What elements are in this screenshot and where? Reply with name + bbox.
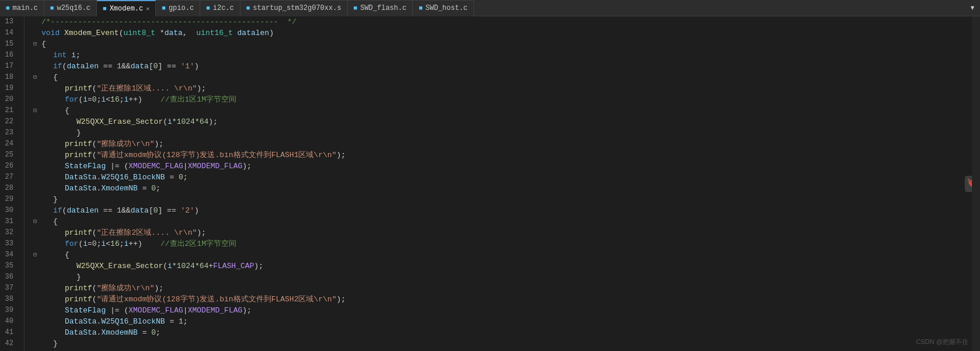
tab-icon-main: ■ bbox=[6, 5, 10, 12]
code-line-32: printf("正在擦除2区域.... \r\n"); bbox=[33, 227, 980, 238]
code-line-23: } bbox=[33, 127, 980, 138]
collapse-13 bbox=[33, 16, 41, 27]
line-num-33: 33 bbox=[3, 238, 18, 249]
line-num-15: 15 bbox=[3, 39, 18, 50]
code-line-35: W25QXX_Erase_Sector(i*1024*64+FLASH_CAP)… bbox=[33, 260, 980, 272]
line-num-34: 34 bbox=[3, 249, 18, 260]
code-text-13: /*--------------------------------------… bbox=[41, 16, 297, 27]
code-line-26: StateFlag |= (XMODEMC_FLAG|XMODEMD_FLAG)… bbox=[33, 161, 980, 172]
collapse-31[interactable]: ⊟ bbox=[33, 216, 41, 227]
tab-swd-host-c[interactable]: ■ SWD_host.c bbox=[413, 0, 474, 16]
code-line-30: if(datalen == 1&&data[0] == '2') bbox=[33, 205, 980, 216]
editor-container: 13 14 15 16 17 18 19 20 21 22 23 24 25 2… bbox=[0, 16, 980, 351]
code-line-20: for(i=0;i<16;i++) //查出1区1M字节空间 bbox=[33, 94, 980, 105]
line-num-16: 16 bbox=[3, 50, 18, 61]
tab-bar: ■ main.c ■ w25q16.c ■ Xmodem.c ✕ ■ gpio.… bbox=[0, 0, 980, 16]
tab-icon-swd-flash: ■ bbox=[354, 5, 358, 12]
code-line-18: ⊟ { bbox=[33, 72, 980, 83]
line-num-38: 38 bbox=[3, 294, 18, 305]
tab-icon-i2c: ■ bbox=[206, 5, 210, 12]
tab-w25q16-c[interactable]: ■ w25q16.c bbox=[44, 0, 97, 16]
line-num-22: 22 bbox=[3, 116, 18, 127]
line-num-39: 39 bbox=[3, 305, 18, 316]
code-line-29: } bbox=[33, 194, 980, 205]
collapse-14 bbox=[33, 27, 41, 39]
code-line-15: ⊟ { bbox=[33, 39, 980, 50]
line-num-25: 25 bbox=[3, 150, 18, 161]
code-line-33: for(i=0;i<16;i++) //查出2区1M字节空间 bbox=[33, 238, 980, 249]
code-line-25: printf("请通过xmodm协议(128字节)发送.bin格式文件到FLAS… bbox=[33, 150, 980, 161]
code-line-40: DataSta.W25Q16_BlockNB = 1; bbox=[33, 316, 980, 327]
code-line-38: printf("请通过xmodm协议(128字节)发送.bin格式文件到FLAS… bbox=[33, 294, 980, 305]
line-num-24: 24 bbox=[3, 138, 18, 150]
tab-icon-startup: ■ bbox=[246, 5, 250, 12]
code-line-17: if(datalen == 1&&data[0] == '1') bbox=[33, 61, 980, 72]
tab-swd-flash-c[interactable]: ■ SWD_flash.c bbox=[348, 0, 413, 16]
code-line-16: int i; bbox=[33, 50, 980, 61]
tab-icon-swd-host: ■ bbox=[418, 5, 423, 12]
tab-label-swd-flash: SWD_flash.c bbox=[360, 4, 406, 12]
line-num-27: 27 bbox=[3, 172, 18, 183]
code-line-28: DataSta.XmodemNB = 0; bbox=[33, 183, 980, 194]
line-num-20: 20 bbox=[3, 94, 18, 105]
code-line-19: printf("正在擦除1区域.... \r\n"); bbox=[33, 83, 980, 94]
line-num-26: 26 bbox=[3, 161, 18, 172]
watermark: CSDN @把握不住 bbox=[916, 338, 968, 346]
tab-xmodem-c[interactable]: ■ Xmodem.c ✕ bbox=[97, 0, 156, 16]
line-num-42: 42 bbox=[3, 338, 18, 349]
tab-label-swd-host: SWD_host.c bbox=[426, 4, 468, 12]
line-num-36: 36 bbox=[3, 272, 18, 283]
tab-dropdown-button[interactable]: ▾ bbox=[965, 0, 980, 16]
tab-gpio-c[interactable]: ■ gpio.c bbox=[156, 0, 200, 16]
tab-i2c-c[interactable]: ■ i2c.c bbox=[200, 0, 240, 16]
collapse-18[interactable]: ⊟ bbox=[33, 72, 41, 83]
code-line-21: ⊟ { bbox=[33, 105, 980, 116]
code-line-27: DataSta.W25Q16_BlockNB = 0; bbox=[33, 172, 980, 183]
code-line-37: printf("擦除成功\r\n"); bbox=[33, 283, 980, 294]
line-num-31: 31 bbox=[3, 216, 18, 227]
line-num-37: 37 bbox=[3, 283, 18, 294]
line-num-41: 41 bbox=[3, 327, 18, 338]
line-num-28: 28 bbox=[3, 183, 18, 194]
tab-close-xmodem[interactable]: ✕ bbox=[146, 5, 149, 12]
code-line-34: ⊟ { bbox=[33, 249, 980, 260]
line-num-21: 21 bbox=[3, 105, 18, 116]
code-line-13: /*--------------------------------------… bbox=[33, 16, 980, 27]
collapse-34[interactable]: ⊟ bbox=[33, 249, 41, 260]
line-numbers: 13 14 15 16 17 18 19 20 21 22 23 24 25 2… bbox=[0, 16, 25, 351]
tab-label-startup: startup_stm32g070xx.s bbox=[253, 4, 341, 12]
scrollbar[interactable] bbox=[972, 16, 980, 351]
code-void-14: void bbox=[41, 27, 64, 39]
code-line-24: printf("擦除成功\r\n"); bbox=[33, 138, 980, 150]
tab-label-i2c: i2c.c bbox=[213, 4, 234, 12]
code-line-31: ⊟ { bbox=[33, 216, 980, 227]
code-line-39: StateFlag |= (XMODEMC_FLAG|XMODEMD_FLAG)… bbox=[33, 305, 980, 316]
code-line-36: } bbox=[33, 272, 980, 283]
line-num-29: 29 bbox=[3, 194, 18, 205]
line-num-17: 17 bbox=[3, 61, 18, 72]
tab-icon-gpio: ■ bbox=[162, 5, 166, 12]
tab-icon-w25q16: ■ bbox=[50, 5, 54, 12]
collapse-21[interactable]: ⊟ bbox=[33, 105, 41, 116]
tab-startup-s[interactable]: ■ startup_stm32g070xx.s bbox=[240, 0, 348, 16]
tab-main-c[interactable]: ■ main.c bbox=[0, 0, 44, 16]
tab-label-gpio: gpio.c bbox=[169, 4, 194, 12]
tab-label-main: main.c bbox=[13, 4, 38, 12]
line-num-18: 18 bbox=[3, 72, 18, 83]
line-num-40: 40 bbox=[3, 316, 18, 327]
line-num-30: 30 bbox=[3, 205, 18, 216]
line-num-23: 23 bbox=[3, 127, 18, 138]
tab-label-xmodem: Xmodem.c bbox=[110, 5, 144, 13]
line-num-14: 14 bbox=[3, 27, 18, 39]
line-num-13: 13 bbox=[3, 16, 18, 27]
line-num-32: 32 bbox=[3, 227, 18, 238]
code-line-22: W25QXX_Erase_Sector(i*1024*64); bbox=[33, 116, 980, 127]
code-line-14: void Xmodem_Event(uint8_t *data, uint16_… bbox=[33, 27, 980, 39]
line-num-19: 19 bbox=[3, 83, 18, 94]
tab-icon-xmodem: ■ bbox=[103, 5, 107, 12]
collapse-15[interactable]: ⊟ bbox=[33, 39, 41, 50]
code-line-42: } bbox=[33, 338, 980, 349]
line-num-35: 35 bbox=[3, 260, 18, 272]
collapse-16 bbox=[33, 50, 41, 61]
code-fn-14: Xmodem_Event bbox=[64, 27, 119, 39]
